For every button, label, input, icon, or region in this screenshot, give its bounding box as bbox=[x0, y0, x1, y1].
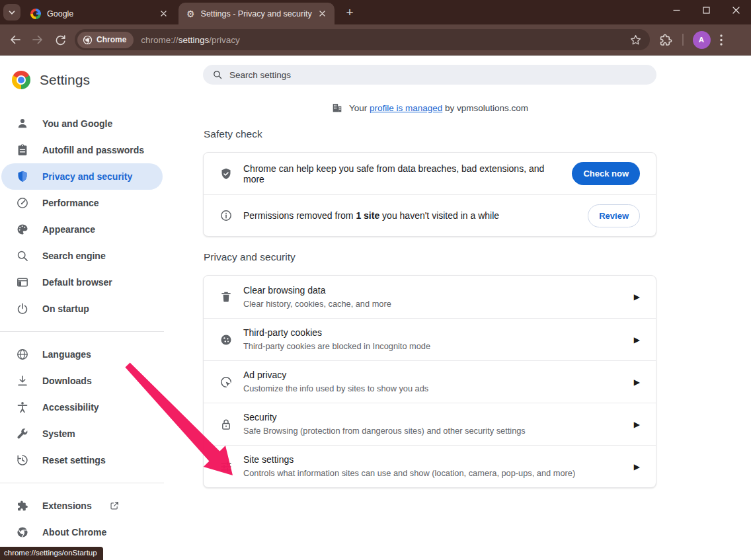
settings-page: Settings You and Google Autofill and pas… bbox=[0, 56, 751, 560]
shield-icon bbox=[16, 170, 29, 183]
sidebar-item-label: Performance bbox=[42, 198, 99, 208]
close-window-button[interactable] bbox=[721, 0, 751, 20]
gear-favicon: ⚙ bbox=[186, 9, 195, 19]
sidebar-item-label: Default browser bbox=[42, 277, 112, 288]
sidebar-nav: You and Google Autofill and passwords Pr… bbox=[0, 110, 164, 545]
speedometer-icon bbox=[16, 196, 29, 210]
tab-title: Google bbox=[47, 9, 157, 19]
sidebar-item-autofill[interactable]: Autofill and passwords bbox=[1, 137, 163, 163]
sidebar-item-performance[interactable]: Performance bbox=[1, 190, 163, 216]
sidebar-item-on-startup[interactable]: On startup bbox=[1, 296, 163, 322]
site-settings-row[interactable]: Site settings Controls what information … bbox=[204, 445, 656, 487]
managed-link[interactable]: profile is managed bbox=[370, 103, 442, 113]
tune-icon bbox=[219, 460, 233, 473]
managed-notice: Your profile is managed by vpmsolutions.… bbox=[203, 102, 656, 114]
sidebar-item-you-and-google[interactable]: You and Google bbox=[1, 110, 163, 137]
globe-icon bbox=[16, 348, 29, 361]
chevron-right-icon: ▶ bbox=[634, 378, 640, 387]
minimize-button[interactable] bbox=[662, 0, 692, 20]
chevron-right-icon: ▶ bbox=[634, 335, 640, 344]
safety-check-text: Chrome can help keep you safe from data … bbox=[243, 163, 561, 184]
bookmark-star-icon[interactable] bbox=[629, 34, 642, 46]
chevron-right-icon: ▶ bbox=[634, 462, 640, 471]
sidebar-item-system[interactable]: System bbox=[1, 420, 163, 447]
sidebar-item-extensions[interactable]: Extensions bbox=[1, 493, 163, 519]
tab-settings[interactable]: ⚙ Settings - Privacy and security bbox=[178, 3, 335, 24]
power-icon bbox=[16, 302, 29, 315]
tab-search-button[interactable] bbox=[3, 4, 20, 20]
permissions-removed-row: Permissions removed from 1 site you have… bbox=[204, 194, 656, 236]
row-title: Clear browsing data bbox=[243, 284, 623, 297]
sidebar-item-appearance[interactable]: Appearance bbox=[1, 216, 163, 243]
ad-privacy-row[interactable]: Ad privacy Customize the info used by si… bbox=[204, 360, 656, 403]
check-now-button[interactable]: Check now bbox=[572, 162, 640, 185]
puzzle-icon bbox=[16, 499, 29, 512]
tab-google[interactable]: Google bbox=[25, 3, 176, 24]
trash-icon bbox=[219, 290, 233, 303]
history-icon bbox=[16, 454, 29, 467]
sidebar-item-label: Autofill and passwords bbox=[42, 145, 144, 155]
sidebar-item-languages[interactable]: Languages bbox=[1, 341, 163, 368]
managed-text: Your profile is managed by vpmsolutions.… bbox=[349, 103, 528, 113]
sidebar-item-accessibility[interactable]: Accessibility bbox=[1, 394, 163, 420]
chrome-logo-icon bbox=[83, 35, 93, 45]
shield-check-icon bbox=[219, 167, 233, 180]
google-favicon bbox=[30, 9, 41, 19]
row-title: Third-party cookies bbox=[243, 327, 623, 339]
extensions-puzzle-icon[interactable] bbox=[659, 33, 673, 47]
sidebar-item-default-browser[interactable]: Default browser bbox=[1, 269, 163, 296]
reload-button[interactable] bbox=[49, 28, 71, 51]
sidebar-item-label: Languages bbox=[42, 349, 91, 360]
window-controls bbox=[662, 0, 751, 20]
browser-toolbar: Chrome chrome://settings/privacy A bbox=[0, 24, 751, 56]
building-icon bbox=[331, 102, 343, 114]
sidebar-item-privacy-security[interactable]: Privacy and security bbox=[1, 163, 163, 190]
settings-sidebar: Settings You and Google Autofill and pas… bbox=[0, 56, 164, 560]
sidebar-item-reset-settings[interactable]: Reset settings bbox=[1, 447, 163, 473]
row-subtitle: Clear history, cookies, cache, and more bbox=[243, 298, 623, 310]
menu-dots-icon[interactable] bbox=[720, 34, 723, 46]
chrome-chip[interactable]: Chrome bbox=[77, 32, 134, 48]
sidebar-item-label: Extensions bbox=[42, 500, 92, 511]
permissions-removed-text: Permissions removed from 1 site you have… bbox=[243, 210, 577, 221]
row-subtitle: Third-party cookies are blocked in Incog… bbox=[243, 340, 623, 352]
back-button[interactable] bbox=[4, 28, 26, 51]
accessibility-icon bbox=[16, 401, 29, 414]
palette-icon bbox=[16, 223, 29, 236]
sidebar-item-about-chrome[interactable]: About Chrome bbox=[1, 519, 163, 545]
wrench-icon bbox=[16, 427, 29, 440]
sidebar-item-downloads[interactable]: Downloads bbox=[1, 368, 163, 394]
avatar[interactable]: A bbox=[693, 31, 711, 49]
search-settings-box[interactable] bbox=[203, 65, 656, 85]
row-texts: Security Safe Browsing (protection from … bbox=[243, 411, 623, 437]
close-tab-icon[interactable] bbox=[157, 8, 169, 20]
sidebar-item-label: Privacy and security bbox=[42, 171, 132, 182]
search-input[interactable] bbox=[229, 70, 647, 80]
cookie-icon bbox=[219, 333, 233, 346]
browser-window-icon bbox=[16, 276, 29, 289]
forward-button[interactable] bbox=[26, 28, 49, 51]
sidebar-item-label: Reset settings bbox=[42, 455, 106, 465]
row-texts: Clear browsing data Clear history, cooki… bbox=[243, 284, 623, 310]
sidebar-item-label: Accessibility bbox=[42, 402, 99, 413]
tab-bar: Google ⚙ Settings - Privacy and security… bbox=[0, 0, 751, 24]
clear-browsing-data-row[interactable]: Clear browsing data Clear history, cooki… bbox=[204, 276, 656, 318]
maximize-button[interactable] bbox=[692, 0, 721, 20]
sidebar-divider bbox=[0, 331, 164, 332]
address-bar[interactable]: Chrome chrome://settings/privacy bbox=[75, 29, 650, 50]
third-party-cookies-row[interactable]: Third-party cookies Third-party cookies … bbox=[204, 318, 656, 360]
close-tab-icon[interactable] bbox=[316, 8, 328, 20]
chrome-logo-icon bbox=[12, 71, 30, 89]
download-icon bbox=[16, 374, 29, 387]
settings-main: Your profile is managed by vpmsolutions.… bbox=[203, 56, 656, 560]
person-icon bbox=[16, 117, 29, 130]
safety-check-row: Chrome can help keep you safe from data … bbox=[204, 153, 656, 194]
sidebar-item-label: You and Google bbox=[42, 118, 112, 129]
row-subtitle: Controls what information sites can use … bbox=[243, 467, 623, 479]
security-row[interactable]: Security Safe Browsing (protection from … bbox=[204, 403, 656, 445]
new-tab-button[interactable]: + bbox=[342, 5, 358, 20]
chevron-down-icon bbox=[8, 9, 16, 17]
review-button[interactable]: Review bbox=[588, 204, 640, 227]
sidebar-item-search-engine[interactable]: Search engine bbox=[1, 243, 163, 269]
sidebar-item-label: System bbox=[42, 428, 75, 439]
